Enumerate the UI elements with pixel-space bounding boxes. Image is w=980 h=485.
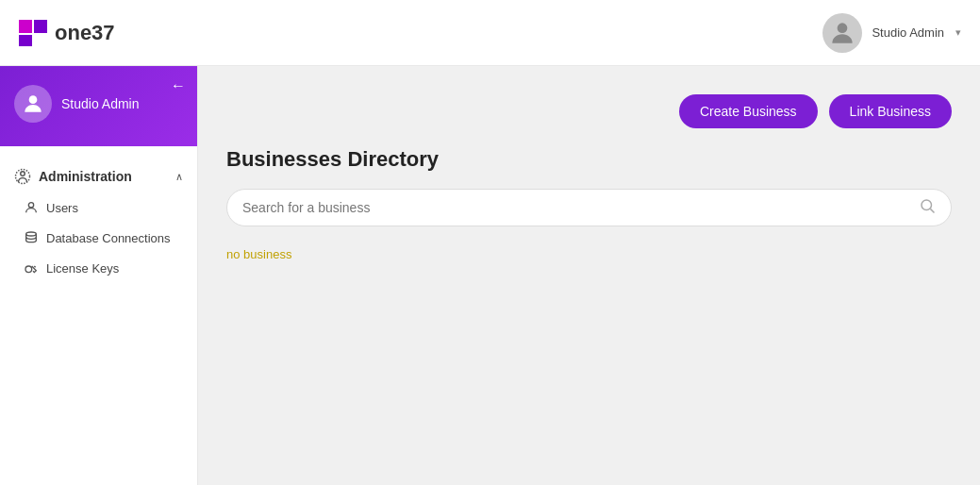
svg-point-7	[28, 203, 33, 208]
search-bar	[226, 189, 952, 226]
nav-item-users[interactable]: Users	[9, 192, 197, 223]
sidebar-nav: Administration ∧ Users	[0, 146, 197, 297]
svg-line-12	[930, 209, 934, 212]
sidebar: Studio Admin ← Administration ∧	[0, 66, 198, 485]
page-title: Businesses Directory	[226, 147, 952, 172]
svg-rect-2	[19, 35, 32, 46]
nav-section-administration[interactable]: Administration ∧	[0, 160, 197, 192]
no-business-label: no business	[226, 247, 291, 261]
svg-point-4	[29, 95, 38, 104]
top-actions: Create Business Link Business	[226, 94, 952, 128]
nav-section-label: Administration	[39, 169, 168, 184]
svg-point-5	[21, 172, 25, 176]
nav-item-license-label: License Keys	[46, 261, 119, 276]
nav-items: Users Database Connections	[0, 192, 197, 283]
link-business-button[interactable]: Link Business	[829, 94, 952, 128]
search-input[interactable]	[242, 200, 911, 215]
nav-item-db-label: Database Connections	[46, 231, 171, 245]
svg-rect-0	[19, 20, 32, 33]
svg-point-3	[838, 23, 848, 33]
key-icon	[24, 260, 39, 276]
app-header: one37 Studio Admin ▾	[0, 0, 980, 66]
main-content: Create Business Link Business Businesses…	[198, 66, 980, 485]
header-username: Studio Admin	[872, 25, 944, 40]
main-inner: Create Business Link Business Businesses…	[198, 66, 980, 281]
app-layout: Studio Admin ← Administration ∧	[0, 66, 980, 485]
nav-item-users-label: Users	[46, 201, 78, 215]
logo: one37	[19, 20, 115, 46]
logo-icon	[19, 20, 49, 46]
sidebar-profile: Studio Admin ←	[0, 66, 197, 146]
sidebar-avatar	[14, 85, 52, 123]
create-business-button[interactable]: Create Business	[679, 94, 818, 128]
search-icon	[919, 197, 936, 218]
chevron-down-icon: ▾	[955, 26, 961, 39]
user-menu[interactable]: Studio Admin ▾	[822, 13, 961, 53]
svg-point-8	[26, 232, 37, 236]
header-avatar	[822, 13, 862, 53]
user-icon	[24, 200, 39, 215]
nav-item-database-connections[interactable]: Database Connections	[9, 223, 197, 253]
logo-text: one37	[55, 21, 115, 45]
sidebar-username: Studio Admin	[61, 96, 140, 111]
sidebar-back-button[interactable]: ←	[171, 77, 186, 94]
svg-point-9	[25, 266, 32, 273]
database-icon	[24, 230, 39, 245]
admin-icon	[14, 168, 31, 185]
svg-line-10	[34, 266, 35, 267]
nav-item-license-keys[interactable]: License Keys	[9, 253, 197, 283]
svg-rect-1	[34, 20, 47, 33]
svg-point-11	[922, 200, 932, 210]
nav-caret-icon: ∧	[175, 171, 183, 183]
